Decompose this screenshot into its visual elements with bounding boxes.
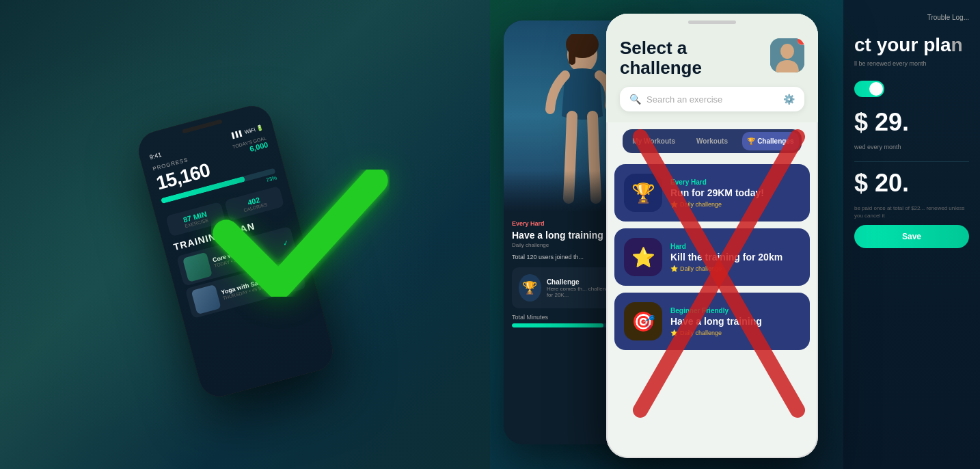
phone-left-screen: 9:41 ▌▌▌ WiFi 🔋 PROGRESS 15,160 TODAY'S … (134, 101, 337, 401)
challenge-info-2: Hard Kill the training for 20km ⭐ Daily … (670, 243, 800, 272)
challenge-info-1: Every Hard Run for 29KM today! ⭐ Daily c… (670, 178, 800, 208)
challenge-daily-3: ⭐ Daily challenge (670, 330, 800, 336)
signal-icons: ▌▌▌ WiFi 🔋 (231, 124, 264, 139)
toggle-switch[interactable] (854, 81, 884, 97)
price-2-note: be paid once at total of $22... renewed … (854, 204, 969, 219)
svg-point-4 (780, 44, 794, 59)
challenge-title-2: Kill the training for 20km (670, 252, 800, 263)
challenge-card-2[interactable]: ⭐ Hard Kill the training for 20km ⭐ Dail… (614, 228, 810, 286)
modal-title: Select achallenge (620, 38, 702, 77)
challenge-daily-2: ⭐ Daily challenge (670, 265, 800, 272)
minutes-bar-fill (512, 323, 603, 327)
phone-left: 9:41 ▌▌▌ WiFi 🔋 PROGRESS 15,160 TODAY'S … (134, 101, 337, 401)
pricing-panel: Trouble Log... ct your plan ll be renewe… (843, 0, 980, 469)
challenge-title-1: Run for 29KM today! (670, 187, 800, 199)
tab-workouts[interactable]: Workouts (683, 132, 740, 150)
avatar[interactable]: ! (770, 38, 804, 72)
tabs-area: My Workouts Workouts 🏆Challenges (606, 122, 818, 157)
challenges-list: 🏆 Every Hard Run for 29KM today! ⭐ Daily… (606, 157, 818, 458)
price-1-sub: wed every month (854, 144, 969, 150)
challenge-icon-2: ⭐ (624, 238, 662, 276)
price-1: $ 29. (854, 108, 969, 137)
challenge-title-3: Have a long training (670, 316, 800, 327)
toggle-row (854, 81, 969, 97)
plan-subtitle: ll be renewed every month (854, 60, 969, 67)
tab-challenges[interactable]: 🏆Challenges (742, 132, 799, 150)
challenge-info-3: Beginner Friendly Have a long training ⭐… (670, 307, 800, 336)
workout-thumb-2 (191, 284, 221, 314)
right-section: Every Hard Have a long training Daily ch… (490, 0, 980, 469)
challenge-card-3[interactable]: 🎯 Beginner Friendly Have a long training… (614, 293, 810, 350)
left-section: 9:41 ▌▌▌ WiFi 🔋 PROGRESS 15,160 TODAY'S … (0, 0, 490, 469)
challenge-difficulty-2: Hard (670, 243, 800, 250)
toggle-knob (869, 82, 883, 96)
filter-icon[interactable]: ⚙️ (783, 94, 795, 105)
divider (854, 161, 969, 162)
workout-thumb-1 (182, 252, 212, 282)
tabs-container: My Workouts Workouts 🏆Challenges (623, 129, 802, 153)
trouble-login[interactable]: Trouble Log... (854, 14, 969, 21)
save-button[interactable]: Save (854, 225, 969, 248)
challenge-difficulty-1: Every Hard (670, 178, 800, 186)
price-2: $ 20. (854, 169, 969, 198)
svg-rect-2 (569, 41, 575, 65)
challenge-daily-1: ⭐ Daily challenge (670, 201, 800, 208)
search-row[interactable]: 🔍 Search an exercise ⚙️ (620, 87, 804, 111)
time-display: 9:41 (148, 151, 162, 161)
challenge-icon-3: 🎯 (624, 302, 662, 340)
challenge-difficulty-3: Beginner Friendly (670, 307, 800, 314)
star-icon-3: ⭐ (670, 330, 678, 336)
tab-my-workouts[interactable]: My Workouts (625, 132, 682, 150)
workout-info-2: Yoga with Sarah THURSDAY • 45 MIN (220, 269, 299, 301)
challenge-card-1[interactable]: 🏆 Every Hard Run for 29KM today! ⭐ Daily… (614, 164, 810, 222)
phone-fg-modal: Select achallenge ! 🔍 Search an exercise (606, 14, 818, 458)
challenges-tab-icon: 🏆 (747, 137, 755, 145)
search-icon: 🔍 (629, 94, 641, 105)
modal-header: Select achallenge ! 🔍 Search an exercise (606, 14, 818, 122)
check-icon: ✓ (282, 239, 289, 247)
challenge-icon-1: 🏆 (624, 174, 662, 212)
workout-info-1: Core with Sarah TODAY • 30 MIN (211, 239, 280, 268)
search-placeholder-text: Search an exercise (646, 94, 778, 105)
trophy-icon-bg: 🏆 (519, 274, 541, 302)
select-plan-title: ct your plan (854, 35, 969, 56)
star-icon-1: ⭐ (670, 201, 678, 208)
star-icon-2: ⭐ (670, 265, 678, 272)
modal-title-row: Select achallenge ! (620, 38, 804, 77)
